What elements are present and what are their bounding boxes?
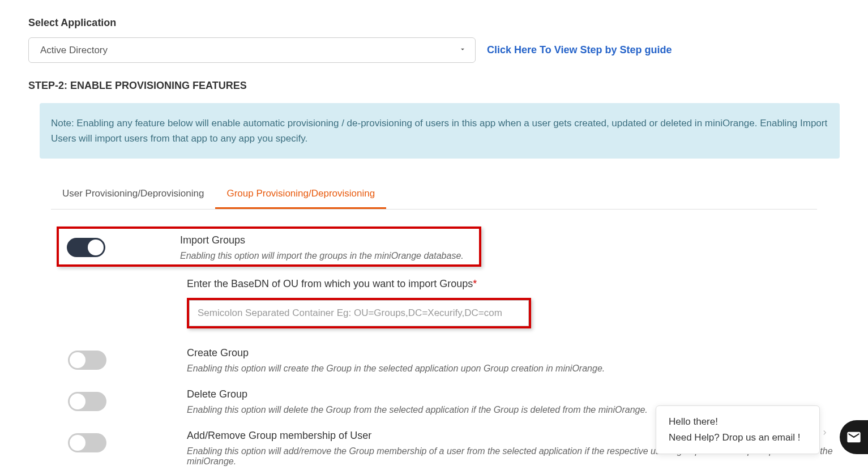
import-groups-desc: Enabling this option will import the gro… <box>180 251 473 261</box>
toggle-col <box>68 430 187 467</box>
chat-help-text: Need Help? Drop us an email ! <box>669 432 807 443</box>
import-groups-toggle[interactable] <box>67 238 105 257</box>
mail-icon <box>846 429 862 445</box>
toggle-col <box>67 234 180 261</box>
select-app-label: Select Application <box>28 17 840 29</box>
basedn-section: Enter the BaseDN of OU from which you wa… <box>187 278 840 328</box>
create-group-title: Create Group <box>187 347 840 359</box>
chat-greeting: Hello there! <box>669 416 807 428</box>
feature-import-groups: Import Groups Enabling this option will … <box>67 234 473 261</box>
step-header: STEP-2: ENABLE PROVISIONING FEATURES <box>28 80 840 92</box>
tabs-container: User Provisioning/Deprovisioning Group P… <box>51 181 817 210</box>
tab-user-provisioning[interactable]: User Provisioning/Deprovisioning <box>51 181 215 209</box>
basedn-label: Enter the BaseDN of OU from which you wa… <box>187 278 840 290</box>
create-group-toggle[interactable] <box>68 351 106 370</box>
basedn-input[interactable] <box>189 300 529 326</box>
tab-group-provisioning[interactable]: Group Provisioning/Deprovisioning <box>215 181 386 209</box>
delete-group-title: Delete Group <box>187 388 840 400</box>
step-guide-link[interactable]: Click Here To View Step by Step guide <box>487 44 672 56</box>
chat-launcher-button[interactable] <box>840 420 868 454</box>
basedn-input-highlight <box>187 298 531 328</box>
top-row: Active Directory Click Here To View Step… <box>28 37 840 63</box>
toggle-col <box>68 388 187 415</box>
required-asterisk: * <box>473 278 477 289</box>
application-select[interactable]: Active Directory <box>28 37 476 63</box>
chat-popup: Hello there! Need Help? Drop us an email… <box>656 405 820 454</box>
note-box: Note: Enabling any feature below will en… <box>40 103 840 159</box>
import-groups-title: Import Groups <box>180 234 473 246</box>
create-group-desc: Enabling this option will create the Gro… <box>187 364 840 374</box>
import-groups-highlight: Import Groups Enabling this option will … <box>57 227 481 267</box>
content-col: Create Group Enabling this option will c… <box>187 347 840 374</box>
app-select-wrapper: Active Directory <box>28 37 476 63</box>
content-col: Import Groups Enabling this option will … <box>180 234 473 261</box>
chevron-right-icon <box>820 429 828 437</box>
delete-group-toggle[interactable] <box>68 392 106 411</box>
toggle-col <box>68 347 187 374</box>
feature-create-group: Create Group Enabling this option will c… <box>68 343 840 384</box>
chat-close-button[interactable] <box>818 426 831 439</box>
add-remove-membership-toggle[interactable] <box>68 433 106 452</box>
